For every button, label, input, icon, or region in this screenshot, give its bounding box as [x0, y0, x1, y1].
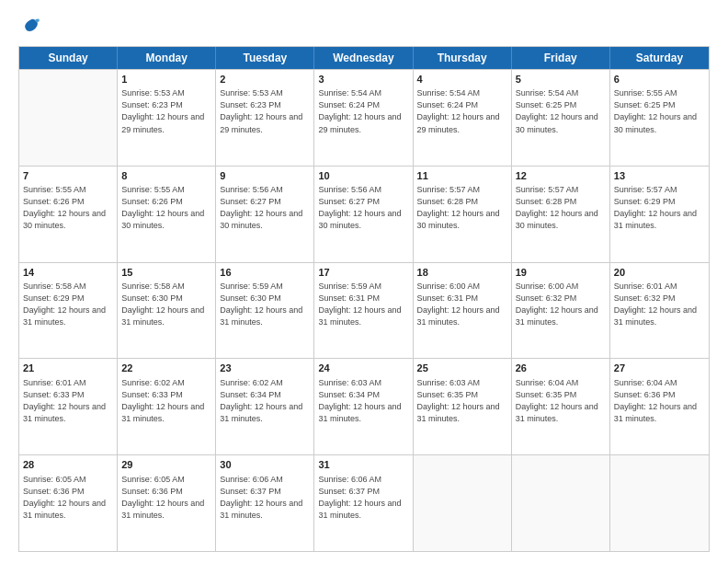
day-number: 22	[121, 362, 211, 375]
calendar-header-friday: Friday	[512, 47, 610, 69]
calendar-week-3: 14Sunrise: 5:58 AMSunset: 6:29 PMDayligh…	[19, 262, 709, 359]
calendar-cell: 8Sunrise: 5:55 AMSunset: 6:26 PMDaylight…	[118, 167, 216, 262]
calendar-header-monday: Monday	[118, 47, 216, 69]
day-number: 4	[417, 73, 507, 86]
calendar-cell: 1Sunrise: 5:53 AMSunset: 6:23 PMDaylight…	[118, 70, 216, 166]
calendar-cell: 12Sunrise: 5:57 AMSunset: 6:28 PMDayligh…	[512, 167, 610, 262]
calendar-cell	[512, 455, 610, 551]
calendar-cell: 11Sunrise: 5:57 AMSunset: 6:28 PMDayligh…	[414, 167, 512, 262]
day-info: Sunrise: 5:53 AMSunset: 6:23 PMDaylight:…	[121, 87, 211, 135]
calendar-cell: 4Sunrise: 5:54 AMSunset: 6:24 PMDaylight…	[414, 70, 512, 166]
day-info: Sunrise: 6:04 AMSunset: 6:35 PMDaylight:…	[516, 377, 606, 425]
calendar-cell: 29Sunrise: 6:05 AMSunset: 6:36 PMDayligh…	[118, 455, 216, 551]
header	[18, 17, 710, 37]
day-info: Sunrise: 5:57 AMSunset: 6:28 PMDaylight:…	[417, 184, 507, 232]
calendar-cell: 26Sunrise: 6:04 AMSunset: 6:35 PMDayligh…	[512, 359, 610, 454]
calendar-cell: 30Sunrise: 6:06 AMSunset: 6:37 PMDayligh…	[216, 455, 314, 551]
day-info: Sunrise: 6:04 AMSunset: 6:36 PMDaylight:…	[614, 377, 705, 425]
day-number: 2	[220, 73, 310, 86]
calendar-week-1: 1Sunrise: 5:53 AMSunset: 6:23 PMDaylight…	[19, 69, 709, 166]
calendar-cell	[19, 70, 118, 166]
calendar: SundayMondayTuesdayWednesdayThursdayFrid…	[18, 46, 710, 552]
calendar-cell: 10Sunrise: 5:56 AMSunset: 6:27 PMDayligh…	[314, 167, 413, 262]
calendar-cell: 6Sunrise: 5:55 AMSunset: 6:25 PMDaylight…	[610, 70, 709, 166]
calendar-cell: 14Sunrise: 5:58 AMSunset: 6:29 PMDayligh…	[19, 263, 118, 359]
day-info: Sunrise: 5:54 AMSunset: 6:25 PMDaylight:…	[516, 87, 606, 135]
day-number: 7	[23, 169, 113, 183]
calendar-cell: 18Sunrise: 6:00 AMSunset: 6:31 PMDayligh…	[414, 263, 512, 359]
calendar-cell: 13Sunrise: 5:57 AMSunset: 6:29 PMDayligh…	[610, 167, 709, 262]
day-info: Sunrise: 5:57 AMSunset: 6:29 PMDaylight:…	[614, 184, 705, 232]
day-info: Sunrise: 6:03 AMSunset: 6:34 PMDaylight:…	[318, 377, 408, 425]
day-info: Sunrise: 5:54 AMSunset: 6:24 PMDaylight:…	[417, 87, 507, 135]
calendar-cell: 22Sunrise: 6:02 AMSunset: 6:33 PMDayligh…	[118, 359, 216, 454]
day-number: 18	[417, 266, 507, 280]
day-number: 8	[121, 169, 211, 183]
calendar-cell: 7Sunrise: 5:55 AMSunset: 6:26 PMDaylight…	[19, 167, 118, 262]
day-number: 13	[614, 169, 705, 183]
day-info: Sunrise: 5:59 AMSunset: 6:30 PMDaylight:…	[220, 281, 310, 328]
page: SundayMondayTuesdayWednesdayThursdayFrid…	[0, 0, 728, 563]
day-info: Sunrise: 5:53 AMSunset: 6:23 PMDaylight:…	[220, 87, 310, 135]
day-number: 1	[121, 73, 211, 86]
calendar-header-wednesday: Wednesday	[314, 47, 413, 69]
calendar-cell: 28Sunrise: 6:05 AMSunset: 6:36 PMDayligh…	[19, 455, 118, 551]
day-number: 20	[614, 266, 705, 280]
calendar-header-tuesday: Tuesday	[216, 47, 314, 69]
calendar-cell: 15Sunrise: 5:58 AMSunset: 6:30 PMDayligh…	[118, 263, 216, 359]
day-info: Sunrise: 5:55 AMSunset: 6:26 PMDaylight:…	[23, 184, 113, 232]
calendar-cell: 24Sunrise: 6:03 AMSunset: 6:34 PMDayligh…	[314, 359, 413, 454]
day-info: Sunrise: 6:05 AMSunset: 6:36 PMDaylight:…	[121, 474, 211, 522]
day-number: 25	[417, 362, 507, 375]
calendar-cell: 21Sunrise: 6:01 AMSunset: 6:33 PMDayligh…	[19, 359, 118, 454]
day-number: 11	[417, 169, 507, 183]
day-info: Sunrise: 6:05 AMSunset: 6:36 PMDaylight:…	[23, 474, 113, 522]
day-info: Sunrise: 5:55 AMSunset: 6:25 PMDaylight:…	[614, 87, 705, 135]
day-number: 15	[121, 266, 211, 280]
calendar-body: 1Sunrise: 5:53 AMSunset: 6:23 PMDaylight…	[19, 69, 709, 551]
day-number: 10	[318, 169, 408, 183]
day-info: Sunrise: 6:01 AMSunset: 6:33 PMDaylight:…	[23, 377, 113, 425]
day-info: Sunrise: 6:06 AMSunset: 6:37 PMDaylight:…	[220, 474, 310, 522]
calendar-week-4: 21Sunrise: 6:01 AMSunset: 6:33 PMDayligh…	[19, 358, 709, 454]
day-number: 31	[318, 458, 408, 472]
day-info: Sunrise: 5:55 AMSunset: 6:26 PMDaylight:…	[121, 184, 211, 232]
day-info: Sunrise: 6:03 AMSunset: 6:35 PMDaylight:…	[417, 377, 507, 425]
day-number: 9	[220, 169, 310, 183]
day-info: Sunrise: 5:58 AMSunset: 6:30 PMDaylight:…	[121, 281, 211, 328]
day-info: Sunrise: 5:56 AMSunset: 6:27 PMDaylight:…	[318, 184, 408, 232]
calendar-cell: 17Sunrise: 5:59 AMSunset: 6:31 PMDayligh…	[314, 263, 413, 359]
day-info: Sunrise: 5:57 AMSunset: 6:28 PMDaylight:…	[516, 184, 606, 232]
calendar-cell: 19Sunrise: 6:00 AMSunset: 6:32 PMDayligh…	[512, 263, 610, 359]
day-number: 26	[516, 362, 606, 375]
calendar-cell: 31Sunrise: 6:06 AMSunset: 6:37 PMDayligh…	[314, 455, 413, 551]
day-number: 12	[516, 169, 606, 183]
day-number: 3	[318, 73, 408, 86]
calendar-cell: 27Sunrise: 6:04 AMSunset: 6:36 PMDayligh…	[610, 359, 709, 454]
calendar-cell: 3Sunrise: 5:54 AMSunset: 6:24 PMDaylight…	[314, 70, 413, 166]
calendar-cell: 5Sunrise: 5:54 AMSunset: 6:25 PMDaylight…	[512, 70, 610, 166]
calendar-cell	[610, 455, 709, 551]
calendar-cell: 9Sunrise: 5:56 AMSunset: 6:27 PMDaylight…	[216, 167, 314, 262]
day-info: Sunrise: 5:54 AMSunset: 6:24 PMDaylight:…	[318, 87, 408, 135]
day-number: 19	[516, 266, 606, 280]
calendar-cell: 25Sunrise: 6:03 AMSunset: 6:35 PMDayligh…	[414, 359, 512, 454]
day-number: 16	[220, 266, 310, 280]
day-info: Sunrise: 5:59 AMSunset: 6:31 PMDaylight:…	[318, 281, 408, 328]
calendar-cell: 20Sunrise: 6:01 AMSunset: 6:32 PMDayligh…	[610, 263, 709, 359]
day-info: Sunrise: 6:06 AMSunset: 6:37 PMDaylight:…	[318, 474, 408, 522]
day-number: 5	[516, 73, 606, 86]
day-info: Sunrise: 6:00 AMSunset: 6:32 PMDaylight:…	[516, 281, 606, 328]
calendar-header-row: SundayMondayTuesdayWednesdayThursdayFrid…	[19, 47, 709, 69]
day-number: 21	[23, 362, 113, 375]
day-info: Sunrise: 6:02 AMSunset: 6:33 PMDaylight:…	[121, 377, 211, 425]
day-number: 24	[318, 362, 408, 375]
day-number: 6	[614, 73, 705, 86]
day-info: Sunrise: 6:02 AMSunset: 6:34 PMDaylight:…	[220, 377, 310, 425]
calendar-header-saturday: Saturday	[610, 47, 709, 69]
calendar-cell	[414, 455, 512, 551]
day-number: 29	[121, 458, 211, 472]
calendar-cell: 23Sunrise: 6:02 AMSunset: 6:34 PMDayligh…	[216, 359, 314, 454]
logo	[18, 17, 40, 37]
day-number: 17	[318, 266, 408, 280]
